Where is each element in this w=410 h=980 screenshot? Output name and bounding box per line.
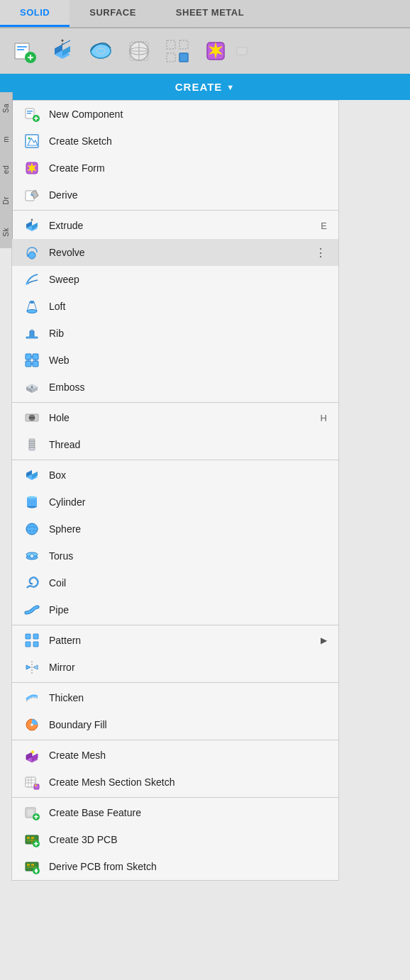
svg-rect-1 [17, 46, 27, 48]
thicken-label: Thicken [49, 692, 84, 703]
create-3d-pcb-menu-icon [23, 831, 40, 848]
separator-after-thread [12, 460, 338, 460]
menu-item-coil[interactable]: Coil [12, 569, 338, 596]
menu-item-create-base-feature[interactable]: Create Base Feature [12, 799, 338, 826]
tab-sheet-metal[interactable]: SHEET METAL [156, 0, 264, 27]
create-mesh-label: Create Mesh [49, 750, 106, 761]
menu-item-cylinder[interactable]: Cylinder [12, 489, 338, 516]
svg-point-66 [30, 554, 34, 558]
create-form-toolbar-icon[interactable] [197, 33, 234, 69]
emboss-menu-icon: A [23, 379, 40, 396]
boundary-fill-menu-icon [23, 716, 40, 733]
svg-rect-25 [27, 113, 31, 114]
svg-rect-68 [33, 634, 38, 639]
tab-bar: SOLID SURFACE SHEET METAL [0, 0, 410, 28]
separator-after-mesh-section [12, 797, 338, 798]
menu-item-extrude[interactable]: Extrude E [12, 212, 338, 239]
new-component-menu-icon [23, 106, 40, 123]
hole-menu-icon [23, 409, 40, 426]
menu-item-create-sketch[interactable]: Create Sketch [12, 128, 338, 155]
menu-item-revolve[interactable]: Revolve ⋮ [12, 239, 338, 266]
svg-point-31 [28, 138, 31, 140]
menu-item-boundary-fill[interactable]: Boundary Fill [12, 711, 338, 738]
menu-item-hole[interactable]: Hole H [12, 404, 338, 431]
menu-item-sweep[interactable]: Sweep [12, 266, 338, 293]
menu-item-sphere[interactable]: Sphere [12, 516, 338, 542]
loft-menu-icon [23, 298, 40, 315]
create-arrow-icon: ▼ [226, 83, 235, 91]
extrude-label: Extrude [49, 220, 83, 231]
svg-rect-52 [29, 439, 35, 450]
svg-rect-41 [33, 354, 38, 360]
menu-item-mirror[interactable]: Mirror [12, 654, 338, 681]
pattern-toolbar-icon[interactable] [159, 33, 196, 69]
menu-item-create-mesh[interactable]: Create Mesh [12, 742, 338, 769]
extrude-toolbar-icon[interactable] [44, 33, 81, 69]
mirror-label: Mirror [49, 662, 75, 673]
menu-item-create-3d-pcb[interactable]: Create 3D PCB [12, 826, 338, 853]
svg-point-38 [27, 310, 37, 313]
revolve-menu-icon [23, 244, 40, 261]
create-sketch-menu-icon [23, 133, 40, 150]
side-label-sk: Sk [2, 228, 10, 237]
menu-item-create-mesh-section[interactable]: Create Mesh Section Sketch [12, 769, 338, 796]
svg-rect-2 [17, 49, 24, 50]
side-label-m: m [2, 136, 10, 143]
web-label: Web [49, 355, 70, 366]
web-menu-icon [23, 352, 40, 369]
menu-item-web[interactable]: Web [12, 347, 338, 374]
revolve-more-icon[interactable]: ⋮ [315, 246, 327, 260]
svg-marker-36 [31, 218, 33, 221]
separator-after-pipe [12, 625, 338, 625]
menu-item-create-form[interactable]: Create Form [12, 155, 338, 182]
menu-item-thicken[interactable]: Thicken [12, 684, 338, 711]
menu-item-loft[interactable]: Loft [12, 293, 338, 320]
menu-item-pattern[interactable]: Pattern ▶ [12, 627, 338, 654]
svg-point-61 [26, 523, 38, 535]
menu-item-thread[interactable]: Thread [12, 431, 338, 458]
sphere-toolbar-icon[interactable] [121, 33, 157, 69]
new-component-label: New Component [49, 108, 123, 120]
menu-item-pipe[interactable]: Pipe [12, 596, 338, 623]
create-base-feature-label: Create Base Feature [49, 807, 141, 818]
extrude-shortcut: E [321, 221, 327, 231]
svg-point-37 [28, 252, 35, 259]
svg-rect-5 [30, 55, 31, 60]
side-label-sa: Sa [2, 104, 10, 113]
svg-rect-43 [33, 361, 38, 367]
rib-menu-icon [23, 325, 40, 342]
menu-item-torus[interactable]: Torus [12, 542, 338, 569]
menu-item-box[interactable]: Box [12, 462, 338, 489]
torus-menu-icon [23, 547, 40, 564]
tab-solid[interactable]: SOLID [0, 0, 70, 27]
tab-surface[interactable]: SURFACE [70, 0, 156, 27]
create-mesh-section-menu-icon [23, 774, 40, 791]
shell-icon[interactable] [82, 33, 119, 69]
separator-after-emboss [12, 402, 338, 403]
menu-item-new-component[interactable]: New Component [12, 101, 338, 128]
create-mesh-menu-icon [23, 747, 40, 764]
new-component-icon[interactable] [6, 33, 43, 69]
menu-item-emboss[interactable]: A Emboss [12, 374, 338, 401]
svg-text:A: A [31, 385, 33, 389]
menu-item-derive[interactable]: Derive [12, 182, 338, 208]
derive-label: Derive [49, 189, 77, 201]
sweep-label: Sweep [49, 274, 79, 285]
menu-item-derive-pcb[interactable]: Derive PCB from Sketch [12, 853, 338, 880]
top-section: SOLID SURFACE SHEET METAL [0, 0, 410, 74]
menu-item-rib[interactable]: Rib [12, 320, 338, 347]
sphere-label: Sphere [49, 523, 81, 535]
pattern-menu-icon [23, 632, 40, 649]
pattern-submenu-icon: ▶ [321, 635, 327, 645]
derive-pcb-menu-icon [23, 858, 40, 875]
create-bar[interactable]: CREATE ▼ [0, 74, 410, 100]
svg-rect-16 [167, 40, 175, 49]
torus-label: Torus [49, 550, 73, 562]
svg-rect-70 [33, 642, 38, 647]
derive-pcb-label: Derive PCB from Sketch [49, 861, 157, 872]
more-toolbar-icon[interactable] [236, 33, 248, 69]
create-label: CREATE [175, 81, 223, 93]
dropdown-menu: New Component Create Sketch Create Form … [11, 100, 339, 881]
svg-rect-96 [27, 864, 30, 866]
coil-label: Coil [49, 577, 66, 589]
